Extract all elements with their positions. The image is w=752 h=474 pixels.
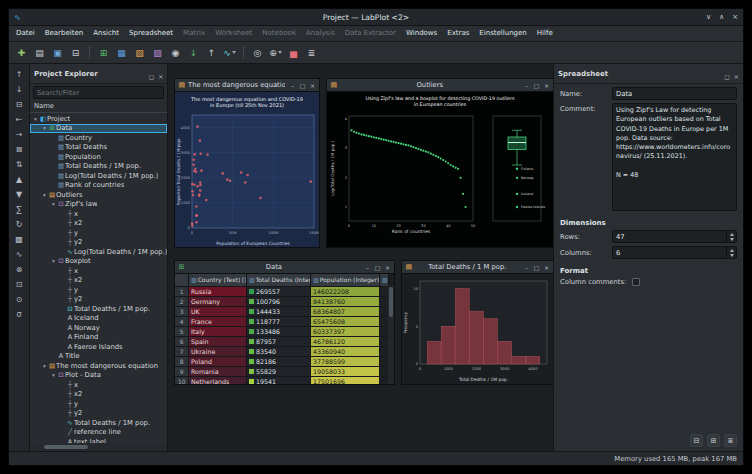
- tree-item-finland[interactable]: AFinland: [30, 333, 167, 343]
- new-datapicker-icon[interactable]: ◉: [167, 44, 184, 61]
- minimize-window-button-icon[interactable]: –: [288, 82, 296, 89]
- empty-cell[interactable]: [379, 356, 388, 366]
- menu-extras[interactable]: Extras: [442, 26, 474, 41]
- spin-down-icon[interactable]: [730, 238, 734, 241]
- menu-spreadsheet[interactable]: Spreadsheet: [124, 26, 178, 41]
- deaths-cell[interactable]: 269557: [246, 286, 310, 296]
- tree-item-reference-line[interactable]: ╱reference line: [30, 428, 167, 438]
- search-input[interactable]: [33, 86, 164, 99]
- sort-descending-icon[interactable]: ▼: [12, 187, 27, 201]
- zoom-mode-icon[interactable]: ⊕: [267, 44, 284, 61]
- minimize-window-button-icon[interactable]: –: [522, 264, 530, 271]
- column-header-total-deaths-integer-y[interactable]: ▥Total Deaths (Integer) [Y]: [246, 274, 310, 286]
- add-chart-icon[interactable]: ▅: [285, 44, 302, 61]
- dropdown-arrow-icon[interactable]: [278, 51, 282, 54]
- tree-item-plot-data[interactable]: ▾⊡Plot - Data: [30, 371, 167, 381]
- tree-item-rank-of-countries[interactable]: ▥Rank of countries: [30, 181, 167, 191]
- tree-item-y[interactable]: ┼y: [30, 228, 167, 238]
- population-cell[interactable]: 43360940: [310, 346, 379, 356]
- recalculate-icon[interactable]: ↻: [12, 217, 27, 231]
- remove-rows-icon[interactable]: ⊟: [12, 97, 27, 111]
- population-cell[interactable]: 146022208: [310, 286, 379, 296]
- spin-up-icon[interactable]: [730, 233, 734, 236]
- expand-arrow-icon[interactable]: ▾: [32, 116, 39, 122]
- population-cell[interactable]: 19058033: [310, 366, 379, 376]
- more-options-button-icon[interactable]: ≣: [724, 434, 737, 447]
- population-cell[interactable]: 84138760: [310, 296, 379, 306]
- equation-worksheet-canvas[interactable]: 050M100M150M01000200030004000The most da…: [175, 92, 319, 247]
- tree-item-x[interactable]: ┼x: [30, 209, 167, 219]
- navigate-mode-icon[interactable]: ◎: [249, 44, 266, 61]
- tree-item-faeroe-islands[interactable]: AFaeroe Islands: [30, 342, 167, 352]
- go-to-cell-icon[interactable]: ⊡: [12, 277, 27, 291]
- tree-item-total-deaths[interactable]: ▥Total Deaths: [30, 143, 167, 153]
- comment-field[interactable]: Using Zipf's Law for detecting European …: [612, 103, 737, 211]
- country-cell[interactable]: Russia: [188, 286, 246, 296]
- remove-columns-icon[interactable]: ⊠: [12, 142, 27, 156]
- tree-item-x[interactable]: ┼x: [30, 380, 167, 390]
- country-cell[interactable]: France: [188, 316, 246, 326]
- outliers-plot[interactable]: Using Zipf's law and a boxplot for detec…: [327, 92, 553, 247]
- country-cell[interactable]: Germany: [188, 296, 246, 306]
- new-notebook-icon[interactable]: ▨: [149, 44, 166, 61]
- minimize-window-button-icon[interactable]: –: [522, 82, 530, 89]
- country-cell[interactable]: UK: [188, 306, 246, 316]
- float-dock-button-icon[interactable]: ◻: [724, 73, 729, 81]
- deaths-cell[interactable]: 100796: [246, 296, 310, 306]
- expand-arrow-icon[interactable]: ▾: [50, 201, 57, 207]
- new-spreadsheet-icon[interactable]: ⊞: [95, 44, 112, 61]
- data-vertical-scrollbar[interactable]: [388, 286, 394, 384]
- row-number-cell[interactable]: 3: [175, 306, 188, 316]
- expand-arrow-icon[interactable]: ▾: [41, 192, 48, 198]
- insert-row-above-icon[interactable]: ↑: [12, 67, 27, 81]
- row-number-cell[interactable]: 8: [175, 356, 188, 366]
- tree-item-y2[interactable]: ┼y2: [30, 409, 167, 419]
- data-window-titlebar[interactable]: ⊞ Data –▢×: [175, 261, 394, 274]
- tree-item-y[interactable]: ┼y: [30, 285, 167, 295]
- tree-item-x2[interactable]: ┼x2: [30, 276, 167, 286]
- empty-cell[interactable]: [379, 316, 388, 326]
- country-cell[interactable]: Spain: [188, 336, 246, 346]
- histogram-window-titlebar[interactable]: ▤ Total Deaths / 1 M pop. –▢×: [402, 261, 553, 274]
- name-field[interactable]: [612, 87, 737, 100]
- row-number-cell[interactable]: 10: [175, 376, 188, 384]
- empty-cell[interactable]: [379, 346, 388, 356]
- deaths-cell[interactable]: 144433: [246, 306, 310, 316]
- print-icon[interactable]: ⊟: [67, 44, 84, 61]
- menu-matrix[interactable]: Matrix: [178, 26, 210, 41]
- presenter-mode-icon[interactable]: ≣: [303, 44, 320, 61]
- tree-item-y2[interactable]: ┼y2: [30, 238, 167, 248]
- deaths-cell[interactable]: 82186: [246, 356, 310, 366]
- country-cell[interactable]: Poland: [188, 356, 246, 366]
- column-header-partial[interactable]: ▥: [379, 274, 388, 286]
- column-header-country-text-x[interactable]: ▥Country (Text) [X]: [188, 274, 246, 286]
- minimize-button-icon[interactable]: ∨: [706, 13, 711, 21]
- close-dock-button-icon[interactable]: ×: [734, 73, 739, 81]
- outliers-window-titlebar[interactable]: ▤ Outliers –▢×: [327, 79, 553, 92]
- deaths-cell[interactable]: 55829: [246, 366, 310, 376]
- tree-item-boxplot[interactable]: ▾⊡Boxplot: [30, 257, 167, 267]
- tree-item-log-total-deaths-1m-pop[interactable]: ▥Log(Total Deaths / 1M pop.): [30, 171, 167, 181]
- minimize-window-button-icon[interactable]: –: [363, 264, 371, 271]
- menu-notebook[interactable]: Notebook: [257, 26, 301, 41]
- clear-spreadsheet-icon[interactable]: ⊗: [12, 262, 27, 276]
- population-cell[interactable]: 60337397: [310, 326, 379, 336]
- column-statistics-icon[interactable]: σ: [12, 307, 27, 321]
- open-project-icon[interactable]: ▤: [31, 44, 48, 61]
- tree-item-x2[interactable]: ┼x2: [30, 219, 167, 229]
- menu-data-extractor[interactable]: Data Extractor: [340, 26, 401, 41]
- close-dock-button-icon[interactable]: ×: [158, 73, 163, 81]
- scrollbar-handle[interactable]: [44, 445, 88, 449]
- tree-item-y[interactable]: ┼y: [30, 399, 167, 409]
- search-icon[interactable]: ⊙: [12, 292, 27, 306]
- tree-item-country[interactable]: ▥Country: [30, 133, 167, 143]
- import-data-icon[interactable]: ↓: [185, 44, 202, 61]
- insert-column-right-icon[interactable]: →: [12, 127, 27, 141]
- export-data-icon[interactable]: ↑: [203, 44, 220, 61]
- expand-arrow-icon[interactable]: ▾: [41, 125, 48, 131]
- population-cell[interactable]: 46786120: [310, 336, 379, 346]
- restore-window-button-icon[interactable]: ▢: [532, 264, 540, 271]
- row-number-cell[interactable]: 7: [175, 346, 188, 356]
- tree-name-column-header[interactable]: Name: [30, 101, 167, 113]
- close-window-button-icon[interactable]: ×: [542, 264, 550, 271]
